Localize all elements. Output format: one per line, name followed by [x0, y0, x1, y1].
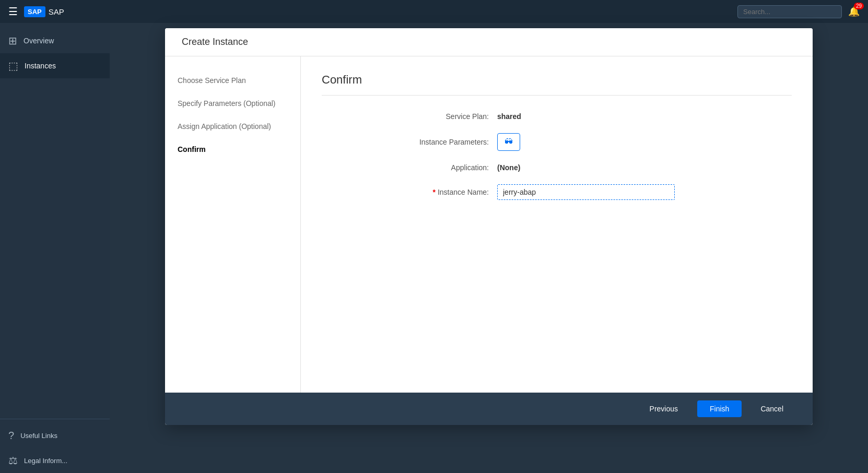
modal-overlay: Create Instance Choose Service Plan Spec… — [110, 23, 868, 473]
sidebar: ⊞ Overview ⬚ Instances ? Useful Links ⚖ … — [0, 23, 110, 473]
wizard-step-assign-application[interactable]: Assign Application (Optional) — [165, 115, 300, 138]
top-bar-right: 🔔 29 — [737, 5, 860, 18]
application-row: Application: (None) — [374, 163, 740, 172]
service-plan-label: Service Plan: — [374, 112, 489, 121]
cancel-button[interactable]: Cancel — [748, 400, 796, 417]
search-input[interactable] — [737, 5, 842, 18]
finish-button[interactable]: Finish — [697, 400, 742, 417]
wizard-steps: Choose Service Plan Specify Parameters (… — [165, 56, 301, 393]
confirm-form: Service Plan: shared Instance Parameters… — [374, 112, 740, 200]
top-bar: ☰ SAP SAP 🔔 29 — [0, 0, 868, 23]
service-plan-row: Service Plan: shared — [374, 112, 740, 121]
instance-parameters-label: Instance Parameters: — [374, 138, 489, 146]
modal-header: Create Instance — [165, 28, 813, 56]
wizard-step-confirm[interactable]: Confirm — [165, 138, 300, 161]
step-label-assign-application: Assign Application (Optional) — [178, 122, 271, 131]
create-instance-modal: Create Instance Choose Service Plan Spec… — [165, 28, 813, 425]
sidebar-label-overview: Overview — [24, 37, 54, 45]
previous-button[interactable]: Previous — [637, 400, 691, 418]
instance-parameters-row: Instance Parameters: 🕶 — [374, 133, 740, 151]
params-icon: 🕶 — [505, 137, 513, 147]
modal-body: Choose Service Plan Specify Parameters (… — [165, 56, 813, 393]
sap-title: SAP — [49, 7, 64, 16]
instance-name-label: Instance Name: — [374, 188, 489, 196]
sidebar-item-useful-links[interactable]: ? Useful Links — [0, 423, 110, 448]
step-label-confirm: Confirm — [178, 145, 206, 153]
wizard-step-choose-service-plan[interactable]: Choose Service Plan — [165, 69, 300, 92]
sidebar-item-instances[interactable]: ⬚ Instances — [0, 53, 110, 78]
useful-links-icon: ? — [8, 430, 14, 442]
instances-icon: ⬚ — [8, 60, 18, 72]
modal-title: Create Instance — [182, 37, 248, 47]
hamburger-icon[interactable]: ☰ — [8, 5, 18, 18]
sap-logo: SAP — [24, 6, 45, 17]
instance-name-row: Instance Name: — [374, 184, 740, 200]
application-value: (None) — [497, 163, 520, 172]
step-label-specify-parameters: Specify Parameters (Optional) — [178, 99, 276, 108]
notification-bell[interactable]: 🔔 29 — [848, 6, 860, 17]
sidebar-label-legal-info: Legal Inform... — [24, 457, 67, 465]
sidebar-bottom: ? Useful Links ⚖ Legal Inform... — [0, 419, 110, 473]
instance-parameters-button[interactable]: 🕶 — [497, 133, 520, 151]
step-label-choose-service-plan: Choose Service Plan — [178, 76, 246, 85]
instance-name-input[interactable] — [497, 184, 675, 200]
service-plan-value: shared — [497, 112, 521, 121]
sidebar-label-instances: Instances — [25, 62, 56, 70]
confirm-title: Confirm — [322, 73, 792, 96]
overview-icon: ⊞ — [8, 34, 17, 47]
wizard-step-specify-parameters[interactable]: Specify Parameters (Optional) — [165, 92, 300, 115]
modal-footer: Previous Finish Cancel — [165, 393, 813, 425]
legal-info-icon: ⚖ — [8, 454, 18, 467]
wizard-content: Confirm Service Plan: shared Instance Pa… — [301, 56, 813, 393]
notification-count: 29 — [854, 3, 864, 9]
application-label: Application: — [374, 163, 489, 172]
sidebar-label-useful-links: Useful Links — [20, 432, 57, 440]
sidebar-item-overview[interactable]: ⊞ Overview — [0, 28, 110, 53]
sidebar-item-legal-info[interactable]: ⚖ Legal Inform... — [0, 448, 110, 473]
